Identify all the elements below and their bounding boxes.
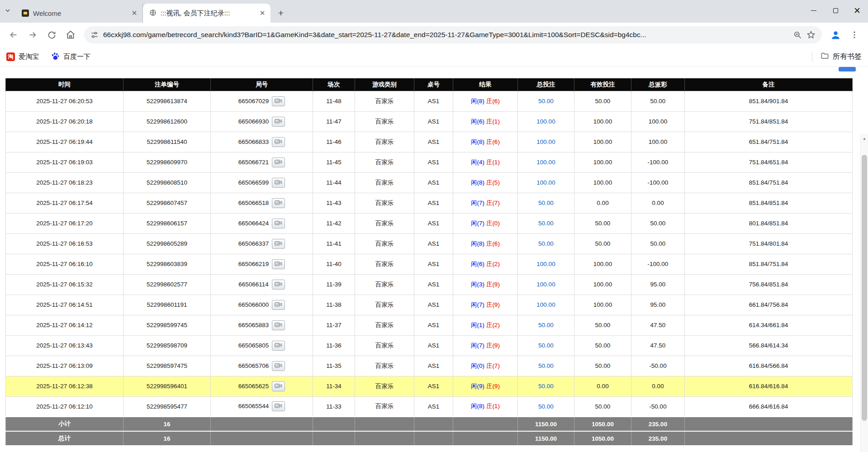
scroll-up-icon[interactable]: ▲	[861, 135, 868, 142]
tab-search-button[interactable]	[0, 0, 15, 23]
cell-table-no: AS1	[414, 111, 453, 132]
table-row: 2025-11-27 06:20:18522998612600665066930…	[6, 111, 853, 132]
camera-icon	[275, 98, 282, 105]
camera-icon	[275, 322, 282, 329]
total-bet-link[interactable]: 50.00	[538, 240, 554, 247]
total-bet-link[interactable]: 50.00	[538, 98, 554, 105]
tab-betrecord[interactable]: :::视讯, 会员下注纪录::: ✕	[143, 4, 270, 23]
video-replay-button[interactable]	[272, 117, 285, 127]
video-replay-button[interactable]	[272, 239, 285, 249]
zoom-icon[interactable]	[793, 30, 802, 39]
url-text[interactable]: 66cxkj98.com/game/betrecord_search/kind3…	[103, 31, 788, 39]
table-header-row: 时间注单编号局号场次游戏类别桌号结果总投注有效投注总派彩备注	[6, 78, 853, 91]
all-bookmarks[interactable]: 所有书签	[812, 52, 862, 62]
tab-close-icon[interactable]: ✕	[258, 9, 267, 18]
total-bet-link[interactable]: 100.00	[536, 159, 555, 166]
cell-time: 2025-11-27 06:13:09	[6, 356, 123, 376]
cell-time: 2025-11-27 06:12:10	[6, 396, 123, 417]
video-replay-button[interactable]	[272, 401, 285, 411]
total-bet-link[interactable]: 50.00	[538, 383, 554, 390]
video-replay-button[interactable]	[272, 320, 285, 330]
back-button[interactable]	[5, 27, 22, 43]
total-bet-link[interactable]: 50.00	[538, 362, 554, 369]
total-bet-link[interactable]: 100.00	[536, 138, 555, 145]
cell-game-type: 百家乐	[355, 396, 414, 417]
total-bet-link[interactable]: 50.00	[538, 322, 554, 328]
site-settings-icon[interactable]	[90, 31, 99, 39]
tab-welcome[interactable]: Welcome ✕	[15, 4, 143, 23]
cell-payout: 0.00	[631, 193, 685, 213]
vertical-scrollbar[interactable]: ▲ ▼	[860, 134, 868, 452]
video-replay-button[interactable]	[272, 198, 285, 208]
menu-button[interactable]	[846, 27, 863, 43]
cell-total-bet: 100.00	[518, 274, 574, 295]
tab-close-icon[interactable]: ✕	[130, 9, 139, 18]
total-bet-link[interactable]: 100.00	[536, 281, 555, 288]
cell-table-no: AS1	[414, 213, 453, 233]
cell-valid-bet: 100.00	[574, 295, 631, 315]
video-replay-button[interactable]	[272, 381, 285, 391]
cell-session: 11-48	[313, 91, 355, 111]
cell-remark: 751.84/651.84	[685, 152, 853, 172]
video-replay-button[interactable]	[272, 137, 285, 147]
cell-bet-id: 522998605289	[123, 233, 211, 254]
cell-table-no: AS1	[414, 315, 453, 335]
home-icon	[66, 30, 76, 40]
bookmark-baidu[interactable]: 百度一下	[51, 52, 90, 62]
video-replay-button[interactable]	[272, 361, 285, 371]
cell-session: 11-37	[313, 315, 355, 335]
total-bet-link[interactable]: 50.00	[538, 403, 554, 410]
bet-record-table: 时间注单编号局号场次游戏类别桌号结果总投注有效投注总派彩备注 2025-11-2…	[5, 78, 853, 446]
home-button[interactable]	[62, 27, 79, 43]
video-replay-button[interactable]	[272, 96, 285, 106]
maximize-button[interactable]	[825, 0, 846, 21]
cell-valid-bet: 50.00	[574, 396, 631, 417]
total-bet-link[interactable]: 50.00	[538, 220, 554, 227]
video-replay-button[interactable]	[272, 157, 285, 167]
total-bet-link[interactable]: 50.00	[538, 342, 554, 349]
cell-payout: 50.00	[631, 233, 685, 254]
profile-button[interactable]	[827, 27, 844, 43]
video-replay-button[interactable]	[272, 280, 285, 290]
video-replay-button[interactable]	[272, 341, 285, 351]
cell-result: 闲(7) 庄(7)	[453, 193, 518, 213]
camera-icon	[275, 240, 282, 247]
video-replay-button[interactable]	[272, 219, 285, 228]
refresh-button[interactable]	[43, 27, 60, 43]
total-bet-link[interactable]: 50.00	[538, 200, 554, 206]
cell-game-type: 百家乐	[355, 91, 414, 111]
video-replay-button[interactable]	[272, 178, 285, 188]
close-button[interactable]: ✕	[846, 0, 868, 21]
forward-button[interactable]	[24, 27, 41, 43]
cell-session: 11-45	[313, 152, 355, 172]
total-bet-link[interactable]: 100.00	[536, 301, 555, 308]
new-tab-button[interactable]: +	[274, 6, 288, 20]
cell-table-no: AS1	[414, 295, 453, 315]
total-bet-link[interactable]: 100.00	[536, 118, 555, 125]
cell-valid-bet: 50.00	[574, 233, 631, 254]
total-bet-link[interactable]: 100.00	[536, 179, 555, 186]
bookmark-taobao[interactable]: 淘 爱淘宝	[6, 52, 39, 61]
cell-session: 11-35	[313, 356, 355, 376]
cell-table-no: AS1	[414, 376, 453, 396]
url-bar[interactable]: 66cxkj98.com/game/betrecord_search/kind3…	[84, 26, 822, 43]
minimize-button[interactable]	[803, 0, 825, 21]
cell-round: 665066930	[211, 111, 313, 132]
footer-cell: 16	[123, 431, 211, 446]
round-number: 665066930	[238, 118, 269, 124]
video-replay-button[interactable]	[272, 259, 285, 269]
cell-time: 2025-11-27 06:17:54	[6, 193, 123, 213]
bookmark-star-icon[interactable]	[806, 30, 816, 39]
cell-session: 11-47	[313, 111, 355, 132]
video-replay-button[interactable]	[272, 300, 285, 310]
cell-session: 11-34	[313, 376, 355, 396]
cell-result: 闲(7) 庄(9)	[453, 295, 518, 315]
scrollbar-thumb[interactable]	[862, 155, 867, 421]
cell-valid-bet: 100.00	[574, 274, 631, 295]
round-number: 665066721	[238, 158, 269, 165]
footer-cell	[211, 431, 313, 446]
partially-visible-button[interactable]	[839, 67, 856, 71]
table-row: 2025-11-27 06:14:51522998601191665066000…	[6, 295, 853, 315]
cell-table-no: AS1	[414, 233, 453, 254]
total-bet-link[interactable]: 100.00	[536, 261, 555, 267]
